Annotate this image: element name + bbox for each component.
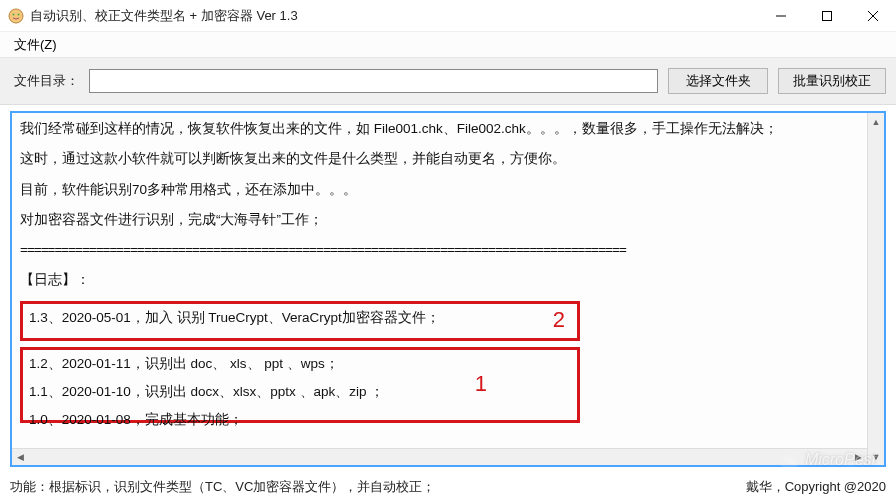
scroll-up-icon[interactable]: ▲: [868, 113, 884, 130]
svg-point-0: [9, 9, 23, 23]
changelog-entry: 1.3、2020-05-01，加入 识别 TrueCrypt、VeraCrypt…: [29, 308, 571, 328]
vertical-scrollbar[interactable]: ▲ ▼: [867, 113, 884, 465]
scroll-down-icon[interactable]: ▼: [868, 448, 884, 465]
window-controls: [758, 0, 896, 31]
intro-line-1: 我们经常碰到这样的情况，恢复软件恢复出来的文件，如 File001.chk、Fi…: [20, 119, 876, 139]
toolbar: 文件目录： 选择文件夹 批量识别校正: [0, 58, 896, 105]
app-icon: [8, 8, 24, 24]
status-left: 功能：根据标识，识别文件类型（TC、VC加密容器文件），并自动校正；: [10, 478, 435, 496]
separator-line: ========================================…: [20, 240, 876, 260]
changelog-box-2: 1.3、2020-05-01，加入 识别 TrueCrypt、VeraCrypt…: [20, 301, 580, 341]
status-right: 戴华，Copyright @2020: [746, 478, 886, 496]
maximize-button[interactable]: [804, 0, 850, 31]
log-heading: 【日志】：: [20, 270, 876, 290]
annotation-1: 1: [475, 367, 487, 400]
changelog-entry: 1.0、2020-01-08，完成基本功能；: [29, 410, 571, 430]
dir-input[interactable]: [89, 69, 658, 93]
intro-line-3: 目前，软件能识别70多种常用格式，还在添加中。。。: [20, 180, 876, 200]
menu-file[interactable]: 文件(Z): [8, 35, 63, 54]
content-text: 我们经常碰到这样的情况，恢复软件恢复出来的文件，如 File001.chk、Fi…: [12, 113, 884, 465]
window-title: 自动识别、校正文件类型名 + 加密容器 Ver 1.3: [30, 7, 758, 25]
content-panel: 我们经常碰到这样的情况，恢复软件恢复出来的文件，如 File001.chk、Fi…: [10, 111, 886, 467]
svg-point-1: [13, 13, 15, 15]
close-button[interactable]: [850, 0, 896, 31]
menubar: 文件(Z): [0, 32, 896, 58]
statusbar: 功能：根据标识，识别文件类型（TC、VC加密容器文件），并自动校正； 戴华，Co…: [0, 474, 896, 500]
svg-point-2: [18, 13, 20, 15]
titlebar: 自动识别、校正文件类型名 + 加密容器 Ver 1.3: [0, 0, 896, 32]
choose-folder-button[interactable]: 选择文件夹: [668, 68, 768, 94]
changelog-box-1: 1.2、2020-01-11，识别出 doc、 xls、 ppt 、wps； 1…: [20, 347, 580, 423]
annotation-2: 2: [553, 303, 565, 336]
changelog-entry: 1.2、2020-01-11，识别出 doc、 xls、 ppt 、wps；: [29, 354, 571, 374]
dir-label: 文件目录：: [14, 72, 79, 90]
scroll-left-icon[interactable]: ◀: [12, 449, 29, 465]
scroll-right-icon[interactable]: ▶: [850, 449, 867, 465]
horizontal-scrollbar[interactable]: ◀ ▶: [12, 448, 867, 465]
svg-rect-4: [823, 11, 832, 20]
minimize-button[interactable]: [758, 0, 804, 31]
intro-line-2: 这时，通过这款小软件就可以判断恢复出来的文件是什么类型，并能自动更名，方便你。: [20, 149, 876, 169]
changelog-entry: 1.1、2020-01-10，识别出 docx、xlsx、pptx 、apk、z…: [29, 382, 571, 402]
intro-line-4: 对加密容器文件进行识别，完成“大海寻针”工作；: [20, 210, 876, 230]
batch-recognize-button[interactable]: 批量识别校正: [778, 68, 886, 94]
